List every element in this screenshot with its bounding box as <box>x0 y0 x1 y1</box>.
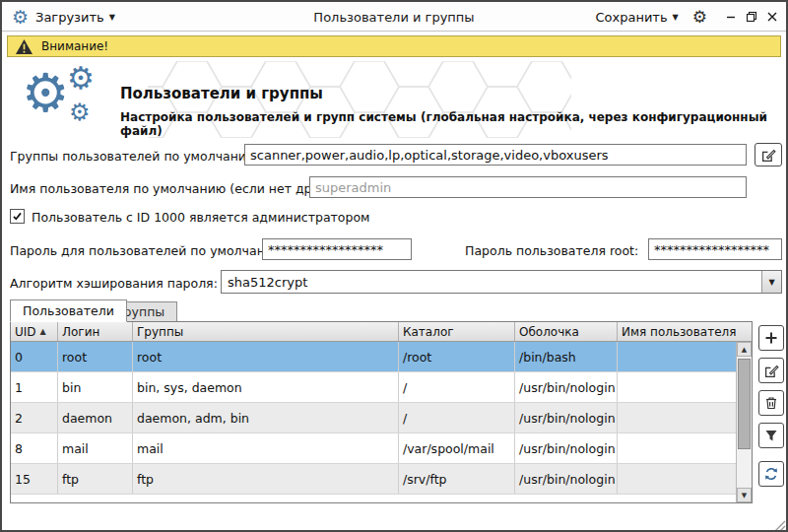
column-header-shell[interactable]: Оболочка <box>515 322 618 341</box>
header-gear-icon: ⚙ <box>67 63 95 94</box>
default-groups-input[interactable] <box>244 144 747 166</box>
chevron-down-icon: ▼ <box>768 278 774 287</box>
warning-text: Внимание! <box>41 39 108 53</box>
warning-banner: Внимание! <box>7 35 781 57</box>
edit-user-button[interactable] <box>758 358 784 383</box>
cell-groups: root <box>133 342 399 371</box>
column-label: Оболочка <box>519 325 579 339</box>
hash-algorithm-label: Алгоритм хэширования пароля: <box>10 276 218 291</box>
cell-shell: /usr/bin/nologin <box>515 433 618 463</box>
cell-login: bin <box>58 372 133 402</box>
header-gear-icon: ⚙ <box>69 100 91 124</box>
cell-directory: /var/spool/mail <box>399 433 515 463</box>
column-label: Группы <box>137 325 183 339</box>
column-header-directory[interactable]: Каталог <box>399 322 515 341</box>
column-header-uid[interactable]: UID ▲ <box>11 322 58 341</box>
cell-uid: 1 <box>11 372 58 402</box>
column-label: Имя пользователя <box>622 325 736 339</box>
settings-gear-icon[interactable]: ⚙ <box>692 9 707 26</box>
scrollbar-thumb[interactable] <box>738 359 751 449</box>
edit-icon <box>764 364 779 378</box>
refresh-button[interactable] <box>758 461 784 487</box>
tab-users-label: Пользователи <box>23 303 114 318</box>
column-header-groups[interactable]: Группы <box>133 322 399 341</box>
plus-icon <box>764 331 778 345</box>
sort-asc-icon: ▲ <box>40 327 46 336</box>
cell-username <box>618 342 736 371</box>
trash-icon <box>764 396 778 410</box>
save-menu-label: Сохранить <box>595 10 667 25</box>
page-subtitle: Настройка пользователей и групп системы … <box>120 110 778 138</box>
maximize-button[interactable] <box>746 11 757 23</box>
column-header-username[interactable]: Имя пользователя <box>618 322 736 341</box>
users-table: UID ▲ Логин Группы Каталог Оболочка Имя … <box>10 321 753 503</box>
header-gear-icon: ⚙ <box>22 67 69 120</box>
refresh-icon <box>764 467 778 481</box>
admin-checkbox-label: Пользователь с ID 1000 является админист… <box>32 210 370 225</box>
tab-users[interactable]: Пользователи <box>10 299 127 322</box>
scroll-down-icon: ▼ <box>742 492 747 499</box>
table-row[interactable]: 0 root root /root /bin/bash <box>11 342 752 372</box>
minimize-button[interactable] <box>725 11 737 23</box>
cell-login: daemon <box>58 403 133 432</box>
cell-login: ftp <box>58 464 133 494</box>
admin-checkbox[interactable] <box>10 209 25 224</box>
cell-shell: /usr/bin/nologin <box>515 403 618 432</box>
cell-uid: 2 <box>11 403 58 432</box>
cell-username <box>618 372 736 402</box>
delete-user-button[interactable] <box>758 390 784 416</box>
cell-username <box>618 403 736 432</box>
table-row[interactable]: 2 daemon daemon, adm, bin / /usr/bin/nol… <box>11 403 752 433</box>
cell-uid: 8 <box>11 433 58 463</box>
root-password-label: Пароль пользователя root: <box>465 243 638 258</box>
titlebar: ⚙ Загрузить ▼ Пользователи и группы Сохр… <box>2 2 786 32</box>
cell-groups: ftp <box>133 464 399 494</box>
table-row[interactable]: 8 mail mail /var/spool/mail /usr/bin/nol… <box>11 433 752 464</box>
column-header-login[interactable]: Логин <box>58 322 133 341</box>
cell-directory: /srv/ftp <box>399 464 515 494</box>
default-password-label: Пароль для пользователей по умолчанию: <box>10 243 288 258</box>
page-title: Пользователи и группы <box>120 85 323 102</box>
filter-icon <box>764 429 778 442</box>
cell-groups: bin, sys, daemon <box>133 372 399 402</box>
filter-button[interactable] <box>758 423 784 448</box>
chevron-down-icon: ▼ <box>673 13 679 22</box>
scroll-up-icon: ▲ <box>742 346 747 354</box>
add-user-button[interactable] <box>758 325 784 351</box>
save-menu-button[interactable]: Сохранить ▼ <box>595 10 678 25</box>
resize-grip[interactable] <box>772 518 786 532</box>
table-row[interactable]: 1 bin bin, sys, daemon / /usr/bin/nologi… <box>11 372 752 403</box>
hash-algorithm-value: sha512crypt <box>222 275 761 290</box>
combo-dropdown-button[interactable]: ▼ <box>761 271 781 293</box>
hash-algorithm-select[interactable]: sha512crypt ▼ <box>221 270 782 294</box>
cell-login: mail <box>58 433 133 463</box>
edit-groups-button[interactable] <box>755 143 782 166</box>
cell-directory: / <box>399 403 515 432</box>
edit-icon <box>761 148 776 163</box>
column-label: Каталог <box>403 325 454 339</box>
cell-uid: 0 <box>11 342 58 371</box>
cell-directory: /root <box>399 342 515 371</box>
cell-shell: /bin/bash <box>515 342 618 371</box>
checkmark-icon <box>12 211 23 222</box>
cell-uid: 15 <box>11 464 58 494</box>
table-row[interactable]: 15 ftp ftp /srv/ftp /usr/bin/nologin <box>11 464 752 495</box>
column-label: UID <box>15 325 36 339</box>
cell-shell: /usr/bin/nologin <box>515 464 618 494</box>
column-label: Логин <box>62 325 99 339</box>
close-button[interactable] <box>766 11 778 23</box>
cell-groups: daemon, adm, bin <box>133 403 399 432</box>
scroll-up-button[interactable]: ▲ <box>737 342 752 357</box>
cell-directory: / <box>399 372 515 402</box>
table-scrollbar[interactable]: ▲ ▼ <box>736 342 752 502</box>
cell-login: root <box>58 342 133 371</box>
cell-username <box>618 433 736 463</box>
default-username-label: Имя пользователя по умолчанию (если нет … <box>10 181 350 196</box>
default-password-input[interactable] <box>262 238 412 260</box>
app-window: ⚙ Загрузить ▼ Пользователи и группы Сохр… <box>0 0 788 532</box>
table-header: UID ▲ Логин Группы Каталог Оболочка Имя … <box>11 322 752 342</box>
cell-shell: /usr/bin/nologin <box>515 372 618 402</box>
root-password-input[interactable] <box>648 238 782 260</box>
default-username-input[interactable] <box>309 176 747 198</box>
scroll-down-button[interactable]: ▼ <box>737 488 752 502</box>
